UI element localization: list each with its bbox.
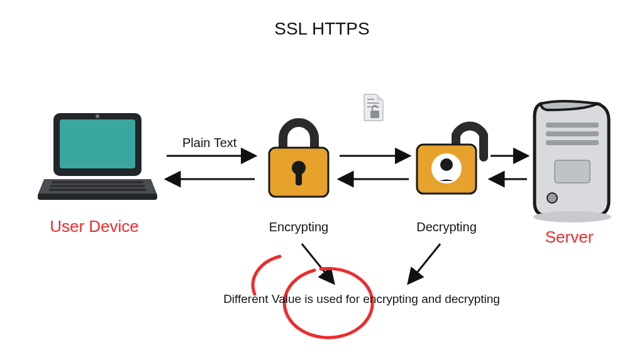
svg-line-30 <box>409 244 440 283</box>
footnote-text: Different Value is used for encrypting a… <box>223 292 500 306</box>
plain-text-label: Plain Text <box>182 136 236 150</box>
diagram-stage: SSL HTTPS User Device Encrypting <box>0 0 644 362</box>
arrows-layer <box>0 0 644 362</box>
svg-line-29 <box>302 244 333 283</box>
